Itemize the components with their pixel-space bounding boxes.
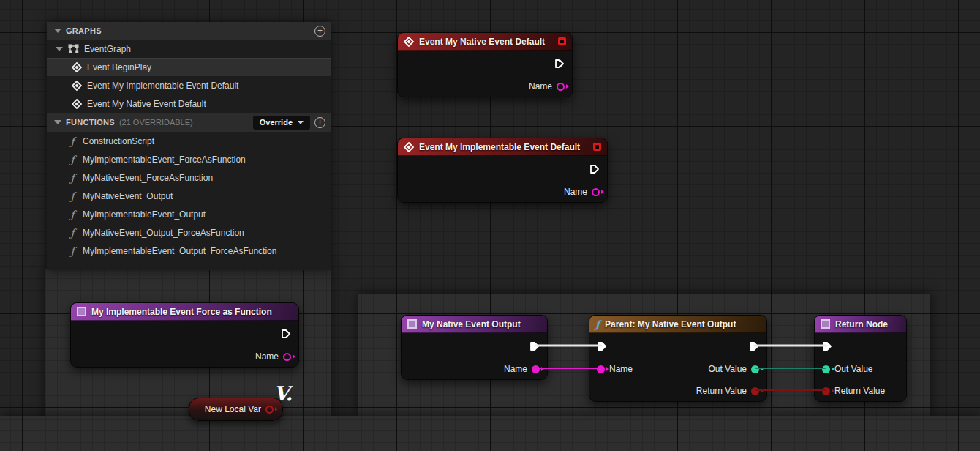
local-var-label: New Local Var bbox=[205, 404, 261, 414]
sidebar-item-label: ConstructionScript bbox=[83, 136, 154, 146]
return-value-output-pin[interactable] bbox=[751, 387, 759, 395]
sidebar-item-function[interactable]: ƒ MyNativeEvent_Output bbox=[47, 187, 331, 205]
node-header[interactable]: Event My Implementable Event Default bbox=[398, 138, 607, 156]
pin-label: Name bbox=[504, 364, 527, 374]
sidebar-item-label: EventGraph bbox=[84, 44, 131, 54]
node-header[interactable]: ƒ Parent: My Native Event Output bbox=[589, 316, 766, 333]
node-my-implementable-event-force-as-function[interactable]: My Implementable Event Force as Function… bbox=[70, 302, 299, 368]
sidebar-item-label: MyImplementableEvent_Output_ForceAsFunct… bbox=[83, 246, 276, 256]
pin-label: Name bbox=[564, 187, 587, 197]
event-indicator-icon bbox=[593, 143, 601, 151]
collapse-caret-icon[interactable] bbox=[56, 47, 63, 51]
node-return-node[interactable]: Return Node Out Value Return Value bbox=[814, 315, 907, 402]
pin-label: Return Value bbox=[696, 386, 747, 396]
graph-panel-bottom-band bbox=[0, 416, 980, 451]
name-input-pin[interactable] bbox=[597, 365, 605, 373]
sidebar-item-function[interactable]: ƒ MyNativeEvent_ForceAsFunction bbox=[47, 168, 331, 187]
function-icon: ƒ bbox=[67, 135, 78, 147]
return-value-input-pin[interactable] bbox=[822, 387, 830, 395]
node-new-local-var[interactable]: New Local Var V. bbox=[189, 398, 283, 421]
sidebar-item-label: MyImplementableEvent_Output bbox=[83, 209, 206, 220]
pin-label: Name bbox=[529, 81, 552, 92]
pin-label: Name bbox=[255, 351, 279, 362]
pin-label: Out Value bbox=[709, 364, 747, 374]
out-value-input-pin[interactable] bbox=[822, 365, 830, 373]
out-value-output-pin[interactable] bbox=[751, 365, 759, 373]
sidebar-item-constructionscript[interactable]: ƒ ConstructionScript bbox=[47, 132, 331, 150]
node-header[interactable]: Return Node bbox=[815, 316, 906, 333]
collapse-caret-icon[interactable] bbox=[54, 120, 61, 124]
sidebar-item-label: Event My Implementable Event Default bbox=[87, 81, 238, 91]
sidebar-item-label: MyImplementableEvent_ForceAsFunction bbox=[83, 154, 246, 165]
sidebar-item-label: MyNativeEvent_ForceAsFunction bbox=[83, 173, 213, 183]
add-function-button[interactable]: + bbox=[314, 117, 325, 128]
event-icon bbox=[72, 99, 82, 109]
event-icon bbox=[404, 37, 414, 47]
chevron-down-icon bbox=[298, 121, 304, 124]
sidebar-item-function[interactable]: ƒ MyImplementableEvent_Output_ForceAsFun… bbox=[47, 242, 331, 260]
node-parent-my-native-event-output[interactable]: ƒ Parent: My Native Event Output Name Ou… bbox=[589, 315, 767, 402]
function-call-icon: ƒ bbox=[595, 318, 600, 330]
function-icon: ƒ bbox=[67, 172, 78, 184]
sidebar-item-label: Event BeginPlay bbox=[87, 62, 151, 72]
event-icon bbox=[404, 142, 414, 152]
event-indicator-icon bbox=[558, 37, 566, 45]
pin-label: Return Value bbox=[834, 386, 885, 396]
sidebar-item-function[interactable]: ƒ MyImplementableEvent_ForceAsFunction bbox=[47, 150, 331, 168]
name-output-pin[interactable] bbox=[283, 353, 291, 361]
variable-watermark-icon: V. bbox=[274, 382, 293, 405]
exec-input-pin[interactable] bbox=[597, 341, 607, 351]
node-title: My Implementable Event Force as Function bbox=[91, 307, 272, 317]
function-icon: ƒ bbox=[67, 154, 78, 165]
exec-output-pin[interactable] bbox=[554, 59, 565, 69]
pin-label: Name bbox=[609, 364, 633, 374]
node-header[interactable]: My Implementable Event Force as Function bbox=[71, 303, 298, 321]
sidebar-item-event-native[interactable]: Event My Native Event Default bbox=[47, 94, 331, 113]
node-title: Event My Native Event Default bbox=[419, 37, 545, 47]
graph-icon bbox=[68, 44, 79, 53]
node-title: Parent: My Native Event Output bbox=[605, 319, 736, 329]
sidebar-item-eventgraph[interactable]: EventGraph bbox=[47, 40, 331, 58]
local-var-output-pin[interactable] bbox=[265, 406, 274, 414]
function-icon: ƒ bbox=[67, 209, 78, 220]
event-icon bbox=[72, 62, 82, 72]
graphs-list: EventGraph Event BeginPlay Event My Impl… bbox=[47, 40, 331, 113]
exec-input-pin[interactable] bbox=[822, 341, 832, 351]
graphs-section-header[interactable]: GRAPHS + bbox=[47, 22, 331, 40]
exec-output-pin[interactable] bbox=[749, 341, 759, 351]
function-icon: ƒ bbox=[67, 190, 78, 202]
pin-label: Out Value bbox=[834, 364, 872, 374]
function-icon: ƒ bbox=[67, 245, 78, 257]
blueprint-editor-canvas: GRAPHS + EventGraph bbox=[0, 0, 980, 451]
exec-output-pin[interactable] bbox=[281, 329, 291, 339]
functions-section-title: FUNCTIONS bbox=[66, 118, 115, 127]
sidebar-item-label: MyNativeEvent_Output_ForceAsFunction bbox=[83, 228, 244, 238]
sidebar-item-label: Event My Native Event Default bbox=[87, 99, 206, 109]
sidebar-item-event-beginplay[interactable]: Event BeginPlay bbox=[47, 58, 331, 76]
function-graph-icon bbox=[821, 319, 830, 329]
node-title: Event My Implementable Event Default bbox=[419, 142, 580, 152]
collapse-caret-icon[interactable] bbox=[54, 29, 61, 33]
sidebar-item-event-implementable[interactable]: Event My Implementable Event Default bbox=[47, 76, 331, 94]
sidebar-item-function[interactable]: ƒ MyNativeEvent_Output_ForceAsFunction bbox=[47, 223, 331, 242]
function-graph-icon bbox=[407, 319, 417, 329]
sidebar-item-function[interactable]: ƒ MyImplementableEvent_Output bbox=[47, 205, 331, 223]
node-event-my-implementable-event-default[interactable]: Event My Implementable Event Default Nam… bbox=[397, 138, 608, 203]
add-graph-button[interactable]: + bbox=[314, 26, 325, 37]
node-event-my-native-event-default[interactable]: Event My Native Event Default Name bbox=[397, 32, 573, 97]
function-graph-icon bbox=[77, 307, 86, 316]
functions-section-header[interactable]: FUNCTIONS (21 OVERRIDABLE) Override + bbox=[47, 113, 331, 132]
override-dropdown[interactable]: Override bbox=[253, 116, 310, 130]
name-output-pin[interactable] bbox=[532, 365, 540, 373]
node-header[interactable]: My Native Event Output bbox=[402, 316, 547, 333]
name-output-pin[interactable] bbox=[557, 83, 565, 91]
functions-list: ƒ ConstructionScript ƒ MyImplementableEv… bbox=[47, 132, 331, 260]
panel-filler bbox=[47, 260, 331, 270]
exec-output-pin[interactable] bbox=[589, 164, 600, 174]
exec-output-pin[interactable] bbox=[529, 341, 540, 351]
node-title: My Native Event Output bbox=[422, 319, 521, 329]
event-icon bbox=[72, 81, 82, 91]
node-header[interactable]: Event My Native Event Default bbox=[398, 33, 572, 51]
node-my-native-event-output[interactable]: My Native Event Output Name bbox=[401, 315, 548, 380]
name-output-pin[interactable] bbox=[592, 188, 600, 196]
